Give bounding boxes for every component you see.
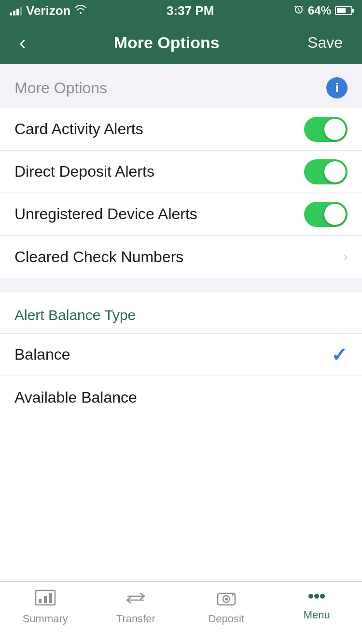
balance-label: Balance (14, 346, 70, 364)
tab-bar: Summary Transfer Deposit (0, 581, 362, 644)
unregistered-device-alerts-label: Unregistered Device Alerts (14, 205, 197, 223)
menu-icon (306, 589, 327, 605)
chevron-right-icon: › (343, 249, 348, 265)
carrier-label: Verizon (26, 3, 70, 18)
toggle-list: Card Activity Alerts Direct Deposit Aler… (0, 108, 362, 278)
alert-balance-type-title: Alert Balance Type (14, 307, 136, 323)
status-bar: Verizon 3:37 PM 64% (0, 0, 362, 21)
card-activity-alerts-item: Card Activity Alerts (0, 108, 362, 151)
tab-summary[interactable]: Summary (0, 589, 91, 625)
alarm-icon (293, 4, 304, 17)
signal-icon (10, 6, 22, 15)
tab-transfer-label: Transfer (116, 613, 155, 625)
unregistered-device-alerts-item: Unregistered Device Alerts (0, 193, 362, 236)
section-gap-1 (0, 278, 362, 293)
tab-deposit[interactable]: Deposit (181, 589, 272, 625)
nav-bar: ‹ More Options Save (0, 21, 362, 64)
battery-icon (335, 6, 352, 15)
wifi-icon (74, 4, 87, 17)
nav-title: More Options (114, 33, 220, 52)
available-balance-label: Available Balance (14, 389, 137, 406)
info-button[interactable]: i (326, 77, 348, 98)
tab-menu-label: Menu (304, 609, 330, 621)
svg-point-8 (232, 594, 234, 596)
available-balance-item[interactable]: Available Balance (0, 376, 362, 419)
status-bar-right: 64% (293, 4, 352, 17)
alert-balance-type-header: Alert Balance Type (0, 293, 362, 334)
cleared-check-numbers-label: Cleared Check Numbers (14, 248, 183, 266)
direct-deposit-alerts-item: Direct Deposit Alerts (0, 151, 362, 193)
card-activity-alerts-label: Card Activity Alerts (14, 120, 143, 138)
cleared-check-numbers-item[interactable]: Cleared Check Numbers › (0, 236, 362, 278)
transfer-icon (125, 589, 146, 609)
status-bar-left: Verizon (10, 3, 87, 18)
svg-rect-4 (49, 593, 52, 603)
balance-type-list: Balance ✓ Available Balance (0, 334, 362, 419)
tab-menu[interactable]: Menu (272, 589, 362, 621)
svg-point-7 (225, 598, 228, 601)
tab-summary-label: Summary (23, 613, 68, 625)
tab-transfer[interactable]: Transfer (91, 589, 181, 625)
section-header: More Options i (0, 64, 362, 108)
svg-rect-3 (44, 596, 47, 603)
tab-deposit-label: Deposit (208, 613, 244, 625)
summary-icon (35, 589, 56, 609)
save-button[interactable]: Save (303, 29, 348, 56)
svg-rect-2 (39, 599, 42, 603)
section-header-title: More Options (14, 79, 107, 97)
back-button[interactable]: ‹ (14, 28, 30, 57)
svg-point-10 (314, 594, 319, 599)
status-bar-time: 3:37 PM (167, 3, 214, 18)
svg-point-11 (320, 594, 325, 599)
svg-point-9 (308, 594, 313, 599)
balance-item[interactable]: Balance ✓ (0, 334, 362, 376)
card-activity-alerts-toggle[interactable] (304, 117, 348, 142)
deposit-icon (216, 589, 237, 609)
unregistered-device-alerts-toggle[interactable] (304, 202, 348, 227)
direct-deposit-alerts-toggle[interactable] (304, 159, 348, 184)
battery-percent-label: 64% (308, 4, 331, 17)
balance-checkmark: ✓ (331, 344, 348, 366)
direct-deposit-alerts-label: Direct Deposit Alerts (14, 163, 154, 181)
